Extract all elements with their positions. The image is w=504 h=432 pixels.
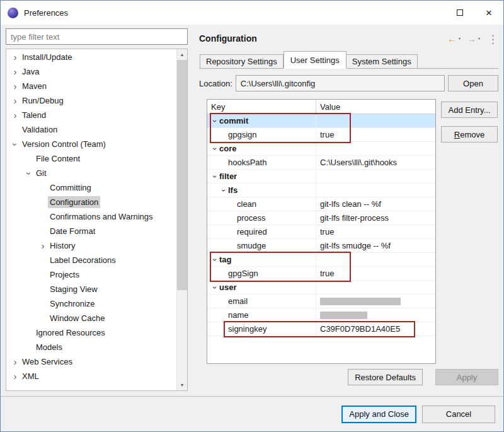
forward-button[interactable]: → ▼: [465, 33, 483, 45]
view-menu-icon[interactable]: ⋮: [489, 32, 497, 45]
config-key: name: [228, 310, 249, 320]
config-row-required[interactable]: requiredtrue: [207, 225, 435, 239]
config-row-user[interactable]: ›user: [207, 281, 435, 295]
scrollbar-track[interactable]: [177, 60, 187, 380]
chevron-down-icon[interactable]: ›: [211, 283, 219, 292]
tab-repository-settings[interactable]: Repository Settings: [200, 54, 284, 68]
chevron-right-icon[interactable]: ›: [10, 82, 20, 91]
sidebar-item-version-control-team[interactable]: ›Version Control (Team): [6, 137, 176, 151]
apply-button[interactable]: Apply: [435, 369, 498, 385]
scroll-up-icon[interactable]: ▲: [177, 49, 187, 60]
sidebar-item-synchronize[interactable]: Synchronize: [6, 296, 176, 311]
sidebar-item-file-content[interactable]: File Content: [6, 151, 176, 166]
chevron-right-icon[interactable]: ›: [10, 53, 20, 62]
redacted-value: [320, 312, 367, 319]
scrollbar-thumb[interactable]: [177, 60, 187, 290]
config-row-tag[interactable]: ›tag: [207, 253, 435, 267]
config-row-hookspath[interactable]: hooksPathC:\Users\lli\.git\hooks: [207, 156, 435, 170]
tree-scrollbar[interactable]: ▲ ▼: [176, 49, 187, 390]
sidebar-item-xml[interactable]: ›XML: [6, 369, 176, 383]
scroll-down-icon[interactable]: ▼: [177, 380, 187, 390]
add-entry-button[interactable]: Add Entry...: [441, 102, 498, 118]
config-row-core[interactable]: ›core: [207, 142, 435, 156]
sidebar: ›Install/Update›Java›Maven›Run/Debug›Tal…: [6, 28, 188, 391]
sidebar-item-label: Window Cache: [48, 312, 106, 324]
config-row-clean[interactable]: cleangit-lfs clean -- %f: [207, 197, 435, 211]
redacted-value: [320, 298, 401, 305]
sidebar-item-date-format[interactable]: Date Format: [6, 224, 176, 238]
sidebar-item-label: Validation: [20, 124, 59, 136]
filter-input[interactable]: [6, 28, 188, 45]
chevron-down-icon[interactable]: ›: [211, 117, 219, 126]
sidebar-item-talend[interactable]: ›Talend: [6, 108, 176, 122]
sidebar-item-label-decorations[interactable]: Label Decorations: [6, 253, 176, 267]
close-icon: ×: [486, 8, 492, 18]
chevron-down-icon[interactable]: ›: [211, 144, 219, 153]
config-key: tag: [219, 255, 232, 264]
chevron-down-icon[interactable]: ›: [25, 168, 33, 178]
remove-button[interactable]: Remove: [441, 126, 498, 143]
config-row-smudge[interactable]: smudgegit-lfs smudge -- %f: [207, 239, 435, 253]
sidebar-item-maven[interactable]: ›Maven: [6, 79, 176, 93]
sidebar-item-label: Ignored Resources: [34, 327, 107, 339]
sidebar-item-run-debug[interactable]: ›Run/Debug: [6, 93, 176, 108]
chevron-right-icon[interactable]: ›: [10, 358, 20, 366]
tab-user-settings[interactable]: User Settings: [284, 51, 346, 69]
sidebar-item-history[interactable]: ›History: [6, 238, 176, 253]
titlebar: Preferences ×: [1, 1, 503, 25]
back-button[interactable]: ← ▼: [445, 33, 463, 45]
cancel-button[interactable]: Cancel: [422, 406, 495, 423]
sidebar-item-validation[interactable]: Validation: [6, 122, 176, 137]
sidebar-item-window-cache[interactable]: Window Cache: [6, 311, 176, 325]
table-side-buttons: Add Entry... Remove: [441, 99, 498, 364]
column-header-value[interactable]: Value: [316, 100, 435, 114]
config-row-signingkey[interactable]: signingkeyC39F0D79BD1A40E5: [207, 322, 435, 336]
column-header-key[interactable]: Key: [207, 100, 316, 114]
config-key: process: [237, 213, 266, 223]
maximize-button[interactable]: [445, 1, 474, 25]
chevron-right-icon[interactable]: ›: [10, 96, 20, 105]
chevron-right-icon[interactable]: ›: [10, 372, 20, 381]
sidebar-item-ignored-resources[interactable]: Ignored Resources: [6, 325, 176, 340]
sidebar-item-install-update[interactable]: ›Install/Update: [6, 50, 176, 64]
page-button-row: Restore Defaults Apply: [199, 369, 498, 385]
location-field[interactable]: [236, 75, 445, 91]
config-row-commit[interactable]: ›commit: [207, 114, 435, 128]
sidebar-item-web-services[interactable]: ›Web Services: [6, 354, 176, 369]
sidebar-item-committing[interactable]: Committing: [6, 180, 176, 195]
sidebar-item-java[interactable]: ›Java: [6, 64, 176, 79]
restore-defaults-button[interactable]: Restore Defaults: [348, 369, 423, 385]
sidebar-item-label: Git: [34, 167, 49, 179]
chevron-right-icon[interactable]: ›: [10, 67, 20, 76]
chevron-down-icon[interactable]: ›: [211, 255, 219, 264]
config-row-lfs[interactable]: ›lfs: [207, 184, 435, 197]
config-row-name[interactable]: name: [207, 308, 435, 322]
sidebar-item-staging-view[interactable]: Staging View: [6, 282, 176, 296]
sidebar-item-configuration[interactable]: Configuration: [6, 195, 176, 209]
sidebar-item-label: Talend: [20, 109, 48, 121]
chevron-down-icon[interactable]: ›: [211, 172, 219, 181]
config-row-process[interactable]: processgit-lfs filter-process: [207, 211, 435, 225]
chevron-down-icon[interactable]: ›: [11, 139, 20, 149]
config-row-gpgsign[interactable]: gpgsigntrue: [207, 128, 435, 142]
apply-and-close-button[interactable]: Apply and Close: [341, 406, 416, 423]
chevron-down-icon[interactable]: ›: [220, 186, 227, 195]
config-row-gpgsign[interactable]: gpgSigntrue: [207, 267, 435, 281]
tab-system-settings[interactable]: System Settings: [346, 54, 418, 68]
config-row-filter[interactable]: ›filter: [207, 170, 435, 184]
sidebar-item-git[interactable]: ›Git: [6, 166, 176, 180]
config-row-email[interactable]: email: [207, 295, 435, 308]
chevron-right-icon[interactable]: ›: [38, 242, 48, 250]
sidebar-item-projects[interactable]: Projects: [6, 267, 176, 282]
sidebar-item-label: Maven: [20, 80, 49, 92]
sidebar-item-label: History: [48, 240, 77, 252]
sidebar-item-models[interactable]: Models: [6, 340, 176, 354]
open-button[interactable]: Open: [448, 75, 498, 91]
config-key: hooksPath: [228, 158, 266, 167]
sidebar-item-confirmations-and-warnings[interactable]: Confirmations and Warnings: [6, 209, 176, 224]
remove-button-label: Remove: [444, 130, 495, 139]
close-button[interactable]: ×: [474, 1, 503, 25]
location-row: Location: Open: [199, 75, 498, 91]
chevron-right-icon[interactable]: ›: [10, 111, 20, 120]
sidebar-item-label: Run/Debug: [20, 95, 66, 107]
